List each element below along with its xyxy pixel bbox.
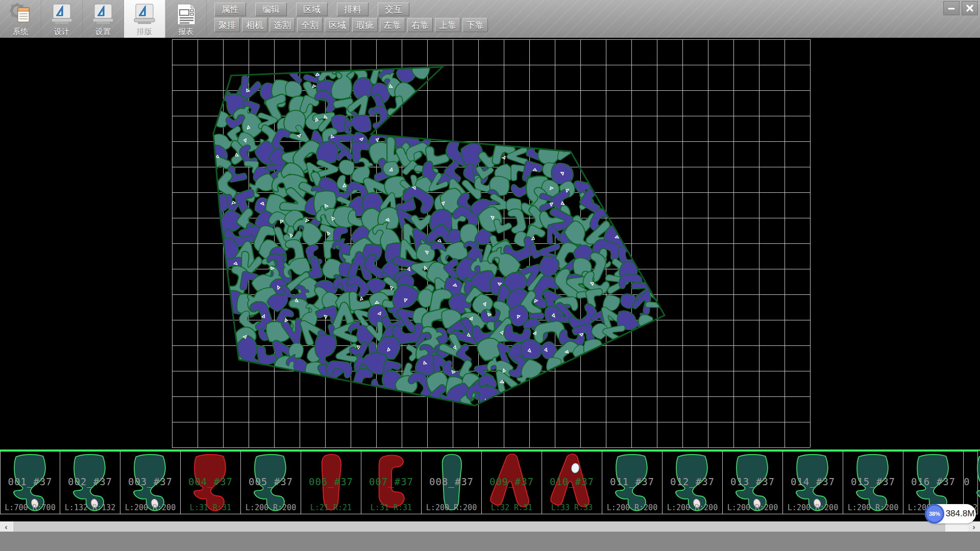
thumbnail-cell-007[interactable]: 007_#37 L:31 R:31 (361, 451, 422, 514)
piece-id-label: 007_#37 (361, 476, 421, 487)
piece-lr-count: L:31 R:31 (361, 503, 421, 512)
main-tab-system[interactable]: 系统 (0, 0, 41, 38)
scroll-left-arrow[interactable]: ‹ (0, 521, 12, 532)
thumbnail-cell-015[interactable]: 015_#37 L:200 R:200 (843, 451, 903, 514)
main-tab-label: 系统 (13, 27, 28, 36)
tool-select-cut[interactable]: 选割 (270, 18, 295, 32)
thumbnail-cell-006[interactable]: 006_#37 L:21 R:21 (301, 451, 361, 514)
piece-lr-count: L:32 R:31 (482, 503, 542, 512)
application-window: 系统 设计 设置 排版 报表 属性编辑区域排料交互 聚排相机选割全割区域瑕疵左靠… (0, 0, 980, 551)
piece-id-label: 002_#37 (60, 476, 120, 487)
menu-properties[interactable]: 属性 (214, 3, 246, 16)
main-tab-label: 设计 (54, 27, 69, 36)
piece-lr-count: L:200 R:200 (663, 503, 722, 512)
piece-id-label: 015_#37 (843, 476, 903, 487)
memory-usage-value: 384.8M (944, 509, 976, 519)
piece-id-label: 014_#37 (783, 476, 843, 487)
piece-lr-count: L:31 R:31 (181, 503, 240, 512)
piece-id-label: 016_#37 (903, 476, 963, 487)
main-tab-layout[interactable]: 排版 (124, 0, 165, 38)
report-document-icon (174, 3, 198, 26)
piece-id-label: 004_#37 (181, 476, 240, 487)
filmstrip-scrollbar[interactable]: ‹ › (0, 521, 980, 532)
piece-id-label: 001_#37 (1, 476, 60, 487)
piece-lr-count: L:200 R:200 (783, 503, 843, 512)
main-tab-label: 报表 (178, 27, 193, 36)
main-tab-report[interactable]: 报表 (165, 0, 207, 38)
piece-lr-count: L:200 R:200 (422, 503, 481, 512)
tool-snap-right[interactable]: 右靠 (407, 18, 433, 32)
piece-id-label: 003_#37 (120, 476, 180, 487)
progress-badge: 38% 384.8M (925, 504, 976, 523)
system-gear-icon (9, 3, 32, 26)
menu-edit[interactable]: 编辑 (255, 3, 287, 16)
piece-id-label: 010_#37 (542, 476, 602, 487)
thumbnail-cell-012[interactable]: 012_#37 L:200 R:200 (663, 451, 723, 514)
thumbnail-cell-005[interactable]: 005_#37 L:200 R:200 (241, 451, 301, 514)
piece-lr-count: L:21 R:21 (301, 503, 361, 512)
nesting-canvas[interactable] (0, 38, 980, 449)
piece-lr-count: L:132 R:132 (60, 503, 120, 512)
scroll-right-arrow[interactable]: › (968, 521, 980, 532)
piece-id-label: 011_#37 (602, 476, 662, 487)
tool-snap-left[interactable]: 左靠 (380, 18, 405, 32)
minimize-button[interactable] (943, 1, 960, 15)
piece-filmstrip: 001_#37 L:700 R:700 002_#37 L:132 R:132 … (0, 451, 980, 515)
design-ruler-icon (132, 3, 157, 26)
piece-id-label: 009_#37 (482, 476, 542, 487)
main-tab-label: 设置 (95, 27, 111, 36)
piece-id-label: 0 (964, 476, 977, 487)
filmstrip-bottom-gap (0, 515, 980, 521)
piece-lr-count: L:200 R:200 (723, 503, 782, 512)
piece-id-label: 013_#37 (723, 476, 782, 487)
window-controls (943, 1, 978, 15)
thumbnail-cell-014[interactable]: 014_#37 L:200 R:200 (783, 451, 843, 514)
thumbnail-cell-013[interactable]: 013_#37 L:200 R:200 (723, 451, 783, 514)
piece-id-label: 006_#37 (301, 476, 361, 487)
main-tab-design[interactable]: 设计 (41, 0, 83, 38)
piece-lr-count: L:200 R:200 (120, 503, 180, 512)
design-ruler-icon (90, 3, 116, 26)
main-tab-bar: 系统 设计 设置 排版 报表 (0, 0, 207, 38)
tool-cluster-nest[interactable]: 聚排 (214, 18, 240, 32)
close-icon (966, 4, 974, 12)
thumbnail-cell-011[interactable]: 011_#37 L:200 R:200 (602, 451, 663, 514)
menu-nesting[interactable]: 排料 (337, 3, 369, 16)
tool-cut-all[interactable]: 全割 (297, 18, 323, 32)
piece-id-label: 008_#37 (422, 476, 481, 487)
tool-region[interactable]: 区域 (325, 18, 350, 32)
piece-id-label: 005_#37 (241, 476, 301, 487)
nesting-layout-drawing (0, 38, 980, 449)
thumbnail-cell-004[interactable]: 004_#37 L:31 R:31 (181, 451, 241, 514)
minimize-icon (947, 4, 955, 12)
thumbnail-cell-009[interactable]: 009_#37 L:32 R:31 (482, 451, 542, 514)
thumbnail-cell-001[interactable]: 001_#37 L:700 R:700 (0, 451, 60, 514)
menu-interact[interactable]: 交互 (378, 3, 409, 16)
menu-row-tools: 聚排相机选割全割区域瑕疵左靠右靠上靠下靠 (214, 18, 488, 32)
piece-lr-count: L:200 R:200 (602, 503, 662, 512)
thumbnail-cell-003[interactable]: 003_#37 L:200 R:200 (120, 451, 181, 514)
tool-camera[interactable]: 相机 (242, 18, 267, 32)
scrollbar-thumb[interactable] (13, 521, 945, 532)
piece-lr-count: L:33 R:33 (542, 503, 602, 512)
progress-percent-badge: 38% (925, 504, 944, 523)
thumbnail-cell-010[interactable]: 010_#37 L:33 R:33 (542, 451, 602, 514)
status-bar (0, 532, 980, 551)
tool-snap-top[interactable]: 上靠 (435, 18, 460, 32)
thumbnail-cell-008[interactable]: 008_#37 L:200 R:200 (422, 451, 482, 514)
design-ruler-icon (49, 3, 75, 26)
piece-lr-count: L:200 R:200 (843, 503, 903, 512)
piece-lr-count: L:700 R:700 (1, 503, 60, 512)
menu-row-top: 属性编辑区域排料交互 (214, 3, 409, 16)
main-tab-settings[interactable]: 设置 (83, 0, 124, 38)
piece-id-label: 012_#37 (663, 476, 722, 487)
close-button[interactable] (962, 1, 978, 15)
toolbar: 系统 设计 设置 排版 报表 属性编辑区域排料交互 聚排相机选割全割区域瑕疵左靠… (0, 0, 980, 38)
main-tab-label: 排版 (137, 27, 152, 36)
menu-region[interactable]: 区域 (296, 3, 328, 16)
tool-defect[interactable]: 瑕疵 (352, 18, 378, 32)
tool-snap-bottom[interactable]: 下靠 (462, 18, 488, 32)
thumbnail-cell-002[interactable]: 002_#37 L:132 R:132 (60, 451, 120, 514)
piece-lr-count: L:200 R:200 (241, 503, 301, 512)
